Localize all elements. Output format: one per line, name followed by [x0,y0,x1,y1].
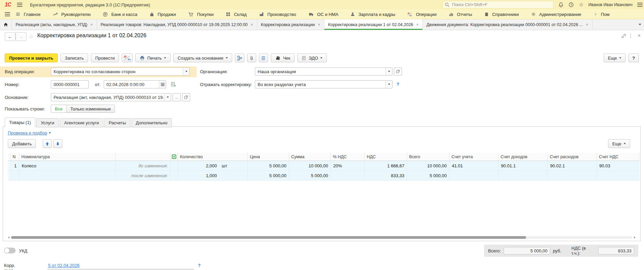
tab-close-icon[interactable]: × [90,22,93,27]
tab-raschety[interactable]: Расчеты [104,118,130,127]
col-vat-rate[interactable]: % НДС [331,153,365,161]
invoice-link[interactable]: 5 от 02.04.2026 [48,263,79,268]
get-link-icon[interactable] [621,33,626,39]
move-up-button[interactable] [43,139,52,148]
tab-realizaciya-spisok[interactable]: Реализация (акты, накладные, УПД) × [12,19,97,30]
current-user[interactable]: Иванов Иван Иванович [588,2,632,7]
main-menu-icon[interactable] [17,3,22,7]
cell-amount[interactable]: 10 000,00 [289,161,331,171]
date-input[interactable]: 02.04.2026 0:00:00 [104,80,166,88]
invoice-field[interactable]: 5 от 02.04.2026 [47,262,194,269]
post-button[interactable]: Провести [91,54,119,62]
col-quantity[interactable]: Количество [178,153,248,161]
tab-uslugi[interactable]: Услуги [36,118,59,127]
attachments-button[interactable] [247,54,256,62]
favorites-star-icon[interactable]: ☆ [579,2,583,7]
col-price[interactable]: Цена [248,153,289,161]
search-input[interactable] [451,1,551,8]
tab-close-icon[interactable]: × [416,22,419,27]
save-button[interactable]: Записать [60,54,88,62]
combo-dropdown-button[interactable] [385,68,392,75]
show-postings-button[interactable]: ДтКт [122,54,133,62]
cell-vat-rate[interactable]: 20% [331,161,365,171]
combo-dropdown-button[interactable] [385,81,392,88]
cell-vat[interactable]: 1 666,67 [365,161,407,171]
menu-item-bank-i-kassa[interactable]: Банк и касса [103,12,137,17]
favorite-star-icon[interactable]: ☆ [28,33,34,40]
tab-korrektirovka-spisok[interactable]: Корректировка реализации × [257,19,324,30]
post-and-close-button[interactable]: Провести и закрыть [5,54,58,62]
col-account[interactable]: Счет учета [449,153,499,161]
menu-item-glavnoe[interactable]: Главное [16,12,41,17]
scrollbar-thumb[interactable] [11,236,526,239]
cell-nomenclature[interactable]: Колесо [19,161,116,171]
table-row-after[interactable]: после изменения: 1,000 5 000,00 5 000,00… [8,171,639,181]
table-row-before[interactable]: 1 Колесо до изменения: 2,000 шт 5 000,00… [8,161,639,171]
scroll-left-icon[interactable] [8,236,9,238]
tab-close-icon[interactable]: × [586,22,588,27]
menu-item-operacii[interactable]: ДтКт Операции [407,12,437,17]
home-tab[interactable] [0,19,12,30]
cell-income-account[interactable]: 90.01.1 [499,161,548,171]
cell-amount[interactable]: 5 000,00 [289,171,331,181]
scroll-right-icon[interactable] [634,236,636,238]
cell-n[interactable] [11,171,19,181]
sections-toggle-icon[interactable] [5,12,10,16]
menu-item-pokupki[interactable]: Покупки [188,12,214,17]
create-based-on-button[interactable]: Создать на основании [173,54,232,62]
menu-item-os-i-nma[interactable]: ОС и НМА [308,12,339,17]
col-history-icon[interactable] [170,153,178,161]
menu-item-proizvodstvo[interactable]: Производство [259,12,296,17]
menu-item-pomosch[interactable]: ? Пом [593,12,610,17]
col-expense-account[interactable]: Счет расходов [548,153,597,161]
cell-total[interactable]: 10 000,00 [407,161,449,171]
number-input[interactable]: 0000-000001 [51,80,89,88]
tab-dopolnitelno[interactable]: Дополнительно [132,118,172,127]
check-receipt-button[interactable]: Чек [271,54,295,62]
combo-dropdown-button[interactable] [164,94,171,101]
cell-quantity[interactable]: 1,000 [178,171,248,181]
open-basis-button[interactable] [182,93,190,101]
reflect-combobox[interactable]: Во всех разделах учета [255,80,393,88]
more-vertical-icon[interactable]: ⋮ [628,33,633,39]
menu-item-otchety[interactable]: Отчеты [449,12,472,17]
cell-income-account[interactable] [499,171,548,181]
help-button[interactable]: ? [628,54,639,62]
menu-item-zarplata-i-kadry[interactable]: Зарплата и кадры [350,12,395,17]
tab-close-icon[interactable]: × [318,22,320,27]
horizontal-scrollbar[interactable] [8,236,636,239]
print-button[interactable]: Печать [135,54,170,62]
cell-quantity[interactable]: 2,000 шт [178,161,248,171]
cell-account[interactable] [449,171,499,181]
show-all-option[interactable]: Все [51,105,66,112]
cell-expense-account[interactable]: 90.02.1 [548,161,597,171]
set-number-icon[interactable] [171,82,177,87]
cell-vat-rate[interactable] [331,171,365,181]
cell-total[interactable]: 5 000,00 [407,171,449,181]
notifications-bell-icon[interactable] [558,2,564,7]
cell-vat[interactable]: 833,33 [365,171,407,181]
operation-combobox[interactable]: Корректировка по согласованию сторон [51,67,190,76]
combo-dropdown-button[interactable] [183,68,189,75]
menu-item-sklad[interactable]: Склад [226,12,247,17]
service-menu-icon[interactable] [637,3,643,7]
col-n[interactable]: N [11,153,19,161]
tab-tovary[interactable]: Товары (1) [5,118,35,127]
cell-price[interactable]: 5 000,00 [248,171,289,181]
invoice-help-icon[interactable]: ? [198,263,201,268]
show-changed-option[interactable]: Только измененные [66,105,115,112]
open-organization-button[interactable] [394,67,402,76]
related-documents-button[interactable] [235,54,244,62]
menu-item-spravochniki[interactable]: Справочники [484,12,519,17]
add-row-button[interactable]: Добавить [8,139,36,148]
more-button[interactable]: Еще [604,54,626,62]
col-vat-account[interactable]: Счет НДС [597,153,639,161]
tab-agentskie-uslugi[interactable]: Агентские услуги [60,118,103,127]
tab-realizaciya-tovarov[interactable]: Реализация товаров: Накладная, УПД 0000-… [97,19,257,30]
tab-dvizheniya-dokumenta[interactable]: Движения документа: Корректировка реализ… [423,19,592,30]
organization-combobox[interactable]: Наша организация [255,67,393,76]
cell-vat-account[interactable]: 90.03 [597,161,639,171]
global-search[interactable] [443,1,554,8]
col-amount[interactable]: Сумма [289,153,331,161]
cell-nomenclature[interactable] [19,171,116,181]
